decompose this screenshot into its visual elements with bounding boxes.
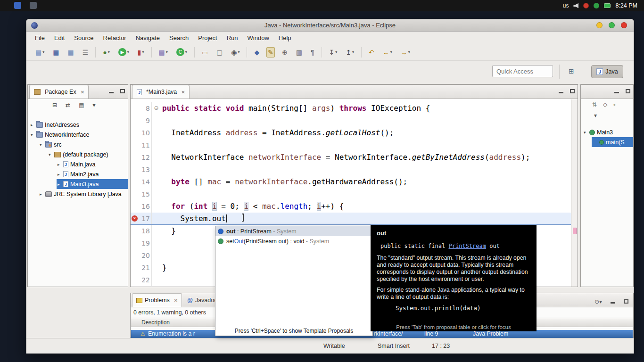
hide-fields-button[interactable]: ◇ [603, 101, 607, 108]
view-menu-button[interactable]: ⊙ [594, 298, 599, 305]
tree-item-main3-java[interactable]: ▸JMain3.java [28, 179, 128, 189]
chevron-down-icon[interactable]: ▾ [31, 132, 36, 137]
code-line-16[interactable]: 16 for (int i = 0; i < mac.length; i++) … [131, 200, 571, 213]
tab-package-explorer[interactable]: Package Ex ✕ [29, 85, 89, 99]
menu-search[interactable]: Search [165, 33, 193, 43]
minimize-view-icon[interactable] [614, 92, 619, 93]
code-line-17[interactable]: ×17 System.out [131, 213, 571, 225]
dropdown-arrow-icon[interactable]: ▾ [408, 50, 410, 54]
next-annotation-button[interactable]: ↧▾ [328, 47, 339, 58]
chevron-right-icon[interactable]: ▸ [58, 182, 63, 187]
collapse-all-button[interactable]: ⊟ [52, 102, 57, 108]
dropdown-arrow-icon[interactable]: ▾ [142, 50, 144, 54]
tab-problems[interactable]: Problems ✕ [132, 293, 182, 307]
code-line-13[interactable]: 13 [131, 164, 571, 176]
close-window-button[interactable] [621, 22, 627, 28]
dropdown-arrow-icon[interactable]: ▾ [166, 50, 168, 54]
new-class-button[interactable]: C▾ [175, 47, 189, 57]
chevron-down-icon[interactable]: ▾ [584, 130, 589, 135]
minimize-view-icon[interactable] [611, 302, 615, 304]
tree-item-jre-system-library-java[interactable]: ▸JRE System Library [Java [28, 189, 128, 199]
dropdown-arrow-icon[interactable]: ▾ [238, 50, 239, 54]
view-menu-icon[interactable]: ▾ [594, 112, 597, 119]
outline-item-main3[interactable]: ▾Main3 [581, 127, 633, 137]
mark-occurrences-button[interactable]: ✎ [266, 47, 275, 58]
pin-editor-button[interactable]: ⊕ [281, 47, 289, 58]
hide-static-button[interactable]: ▫ [613, 101, 615, 108]
save-button[interactable]: ▦ [51, 47, 60, 58]
debug-button[interactable]: ●▾ [101, 47, 111, 58]
close-icon[interactable]: ✕ [174, 298, 178, 303]
chevron-down-icon[interactable]: ▾ [40, 142, 45, 147]
show-annotations-button[interactable]: ▥ [295, 47, 304, 58]
tree-item-main-java[interactable]: ▸JMain.java [28, 159, 128, 169]
taskbar-app-icon-1[interactable] [14, 2, 21, 9]
tree-item-networkinterface[interactable]: ▾NetworkInterface [28, 130, 128, 140]
menu-file[interactable]: File [30, 33, 50, 43]
annotation-marker[interactable] [573, 228, 577, 234]
close-icon[interactable]: ✕ [81, 90, 84, 95]
dropdown-arrow-icon[interactable]: ▾ [335, 50, 337, 54]
prev-annotation-button[interactable]: ↥▾ [344, 47, 355, 58]
sort-button[interactable]: ⇅ [592, 101, 597, 108]
maximize-view-icon[interactable] [624, 299, 628, 304]
filters-button[interactable]: ▤ [79, 102, 84, 108]
last-edit-location-button[interactable]: ↶ [367, 47, 376, 58]
open-perspective-icon[interactable]: ⊞ [569, 67, 574, 75]
new-java-project-button[interactable]: ▤▾ [157, 47, 169, 58]
printstream-link[interactable]: PrintStream [449, 243, 486, 249]
search-button[interactable]: ◉▾ [230, 47, 241, 58]
menu-source[interactable]: Source [69, 33, 98, 43]
maximize-view-icon[interactable] [120, 89, 125, 93]
back-button[interactable]: ←▾ [381, 47, 394, 58]
menu-navigate[interactable]: Navigate [131, 33, 165, 43]
menu-help[interactable]: Help [274, 33, 296, 43]
completion-item[interactable]: setOut(PrintStream out) : void - System [215, 236, 372, 246]
view-menu-button[interactable]: ▾ [92, 102, 95, 108]
dropdown-arrow-icon[interactable]: ▾ [108, 50, 110, 54]
tree-item-inetadresses[interactable]: ▸InetAdresses [28, 120, 128, 130]
forward-button[interactable]: →▾ [399, 47, 412, 58]
minimize-window-button[interactable] [596, 22, 603, 28]
open-type-button[interactable]: ▢ [215, 47, 224, 58]
menu-refactor[interactable]: Refactor [99, 33, 131, 43]
code-line-9[interactable]: 9 [131, 115, 571, 127]
title-bar[interactable]: Java - NetworkInterface/src/Main3.java -… [26, 19, 634, 32]
menu-edit[interactable]: Edit [50, 33, 69, 43]
code-line-14[interactable]: 14 byte [] mac = networkInterface.getHar… [131, 176, 571, 188]
chevron-right-icon[interactable]: ▸ [58, 162, 63, 167]
chevron-right-icon[interactable]: ▸ [58, 172, 63, 177]
dropdown-arrow-icon[interactable]: ▾ [127, 50, 129, 54]
maximize-window-button[interactable] [609, 22, 615, 28]
external-tools-button[interactable]: ◆ [253, 47, 261, 58]
java-perspective-button[interactable]: J Java [591, 65, 623, 78]
keyboard-layout-indicator[interactable]: us [563, 2, 569, 9]
chevron-right-icon[interactable]: ▸ [40, 192, 45, 197]
link-editor-button[interactable]: ⇄ [66, 102, 70, 108]
dropdown-arrow-icon[interactable]: ▾ [185, 50, 187, 54]
close-icon[interactable]: ✕ [181, 90, 185, 95]
minimize-view-icon[interactable] [559, 92, 563, 93]
update-notifier-icon[interactable] [583, 3, 589, 8]
outline-item-main-s[interactable]: main(S [581, 137, 633, 147]
tree-item-default-package[interactable]: ▾(default package) [28, 149, 128, 159]
code-line-11[interactable]: 11 [131, 139, 571, 151]
chevron-right-icon[interactable]: ▸ [31, 123, 36, 127]
network-status-icon[interactable] [594, 3, 599, 8]
fold-collapse-icon[interactable]: ⊖ [154, 105, 158, 111]
overview-ruler[interactable] [571, 99, 578, 287]
run-button[interactable]: ▶▾ [117, 47, 131, 57]
code-line-8[interactable]: 8⊖public static void main(String[] args)… [131, 102, 571, 115]
coverage-button[interactable]: ▮▾ [136, 47, 146, 58]
taskbar-app-icon-2[interactable] [30, 2, 37, 9]
battery-icon[interactable] [604, 3, 611, 8]
menu-run[interactable]: Run [222, 33, 243, 43]
open-folder-button[interactable]: ▭ [200, 47, 209, 58]
tree-item-src[interactable]: ▾src [28, 140, 128, 149]
completion-item[interactable]: out : PrintStream - System [215, 226, 372, 236]
maximize-view-icon[interactable] [626, 89, 630, 93]
dropdown-arrow-icon[interactable]: ▾ [390, 50, 392, 54]
quick-access-input[interactable] [492, 65, 553, 77]
dropdown-arrow-icon[interactable]: ▾ [352, 50, 354, 54]
chevron-down-icon[interactable]: ▾ [49, 152, 54, 157]
